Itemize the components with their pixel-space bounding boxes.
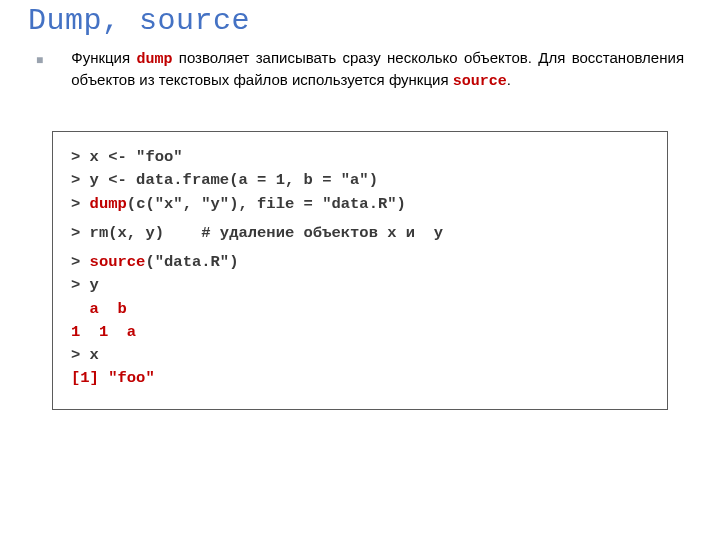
- code-text: >: [71, 195, 90, 213]
- code-block: > x <- "foo" > y <- data.frame(a = 1, b …: [52, 131, 668, 410]
- code-line: > source("data.R"): [71, 251, 649, 274]
- text: Функция: [71, 49, 136, 66]
- code-line: > x <- "foo": [71, 146, 649, 169]
- code-output: a b: [71, 298, 649, 321]
- slide: Dump, source ■ Функция dump позволяет за…: [0, 0, 720, 410]
- code-output: 1 1 a: [71, 321, 649, 344]
- bullet-icon: ■: [36, 50, 43, 70]
- code-text: ("data.R"): [145, 253, 238, 271]
- keyword-dump: dump: [136, 51, 172, 68]
- code-keyword: source: [90, 253, 146, 271]
- code-text: >: [71, 253, 90, 271]
- bullet-item: ■ Функция dump позволяет записывать сраз…: [36, 48, 684, 91]
- text: .: [507, 71, 511, 88]
- code-line: > y <- data.frame(a = 1, b = "a"): [71, 169, 649, 192]
- keyword-source: source: [453, 73, 507, 90]
- code-keyword: dump: [90, 195, 127, 213]
- code-text: (c("x", "y"), file = "data.R"): [127, 195, 406, 213]
- slide-paragraph: Функция dump позволяет записывать сразу …: [71, 48, 684, 91]
- code-line: > dump(c("x", "y"), file = "data.R"): [71, 193, 649, 216]
- slide-title: Dump, source: [28, 4, 692, 38]
- code-line: > rm(x, y) # удаление объектов x и y: [71, 222, 649, 245]
- code-line: > x: [71, 344, 649, 367]
- code-output: [1] "foo": [71, 367, 649, 390]
- code-line: > y: [71, 274, 649, 297]
